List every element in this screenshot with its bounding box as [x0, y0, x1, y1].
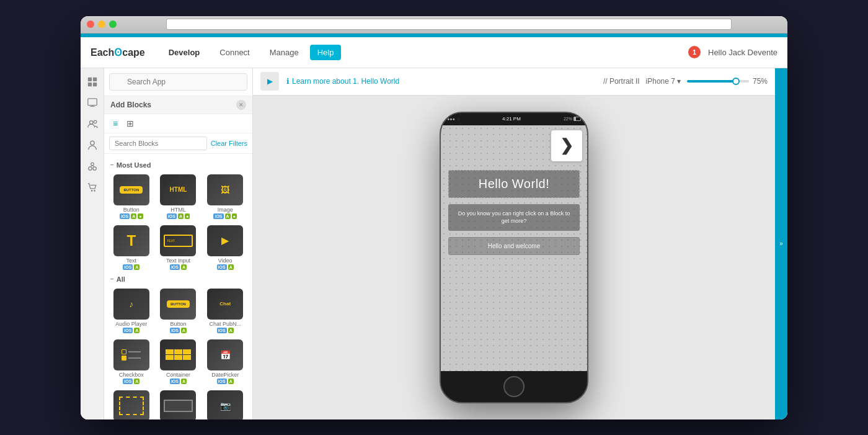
section-all: − All — [110, 276, 247, 283]
search-blocks-input[interactable] — [109, 137, 207, 150]
phone-mockup: ●●●○ 4:21 PM 22% ❯ — [440, 112, 588, 403]
block-fullscreen[interactable]: 📷 Full Screen ... iOS A — [203, 388, 247, 419]
sidebar-item-screens[interactable] — [84, 94, 101, 112]
minimize-button[interactable] — [98, 20, 105, 28]
play-icon: ▶ — [267, 77, 273, 86]
block-textinput-most-used[interactable]: TEXT Text Input iOS A — [156, 223, 201, 272]
android2-platform-icon: ● — [138, 213, 143, 219]
toolbar-right: // Portrait II iPhone 7 ▾ 75% — [603, 77, 768, 86]
play-button[interactable]: ▶ — [260, 72, 279, 91]
block-image-most-used[interactable]: 🖼 Image iOS A ● — [203, 173, 247, 221]
zoom-percentage: 75% — [753, 77, 768, 86]
block-text-most-used[interactable]: T Text iOS A — [109, 223, 154, 272]
info-text-block[interactable]: Do you know you can right click on a Blo… — [448, 204, 580, 231]
device-name: iPhone 7 — [646, 77, 675, 86]
search-app-input[interactable] — [109, 73, 247, 91]
logo-text: Eachʘcape — [91, 47, 145, 58]
ios-pi5: iOS — [217, 264, 227, 270]
list-view-button[interactable]: ≡ — [110, 117, 120, 130]
right-collapse-panel[interactable]: » — [775, 68, 787, 419]
sidebar-item-layout[interactable] — [84, 73, 101, 91]
info-link[interactable]: ℹ Learn more about 1. Hello World — [286, 77, 399, 86]
close-blocks-button[interactable]: ✕ — [236, 100, 246, 110]
sidebar-item-users[interactable] — [84, 115, 101, 133]
and-pi5: A — [228, 264, 234, 270]
welcome-block[interactable]: Hello and welcome — [448, 237, 580, 255]
blocks-panel: 🔍 Add Blocks ✕ ≡ ⊞ Clear Filte — [104, 68, 253, 419]
phone-time: 4:21 PM — [502, 116, 521, 122]
title-bar — [81, 16, 787, 34]
block-empty[interactable]: Empty iOS A — [109, 388, 154, 419]
fullscreen-button[interactable] — [109, 20, 117, 28]
section-toggle-all[interactable]: − — [110, 276, 114, 282]
block-text-icon: T — [113, 225, 149, 256]
cycle-icon — [87, 161, 98, 172]
block-audioplayer-icon: ♪ — [113, 289, 149, 320]
phone-battery: 22% — [564, 117, 581, 121]
block-btn-plat: iOS A — [170, 328, 187, 333]
block-chat[interactable]: Chat Chat PubN... iOS A — [203, 287, 247, 335]
block-html-most-used[interactable]: HTML HTML iOS A ● — [156, 173, 201, 221]
block-audioplayer-label: Audio Player — [115, 321, 147, 327]
logo: Eachʘcape — [91, 47, 145, 58]
block-text-platforms: iOS A — [123, 264, 140, 270]
block-button-all-label: Button — [170, 321, 186, 327]
block-video-most-used[interactable]: ▶ Video iOS A — [203, 223, 247, 272]
svg-point-7 — [89, 120, 92, 123]
block-checkbox[interactable]: Checkbox iOS A — [109, 338, 154, 386]
block-image-icon: 🖼 — [207, 174, 243, 205]
grid-view-button[interactable]: ⊞ — [124, 117, 136, 130]
sidebar-item-cart[interactable] — [84, 179, 101, 196]
sidebar-item-user[interactable] — [84, 137, 101, 154]
sidebar-item-cycle[interactable] — [84, 158, 101, 175]
zoom-slider-thumb[interactable] — [732, 78, 740, 85]
device-selector[interactable]: iPhone 7 ▾ — [646, 77, 681, 86]
add-blocks-title: Add Blocks — [110, 101, 151, 109]
and2-pi: ● — [185, 213, 190, 219]
battery-icon — [574, 117, 581, 121]
block-button-most-used[interactable]: BUTTON Button iOS A ● — [109, 173, 154, 221]
svg-rect-0 — [87, 77, 91, 81]
block-forminput-icon — [160, 390, 196, 419]
info-icon: ℹ — [286, 77, 290, 86]
nav-connect[interactable]: Connect — [211, 44, 258, 61]
notification-badge[interactable]: 1 — [688, 46, 701, 58]
close-button[interactable] — [87, 20, 94, 28]
top-nav: Eachʘcape Develop Connect Manage Help 1 … — [81, 37, 787, 68]
block-html-platforms: iOS A ● — [167, 213, 190, 219]
svg-point-8 — [94, 120, 97, 123]
blocks-list: − Most Used BUTTON Button iOS A — [104, 154, 252, 419]
block-button-all-icon: BUTTON — [160, 289, 196, 320]
url-bar[interactable] — [166, 19, 732, 30]
orientation-selector[interactable]: // Portrait II — [603, 77, 640, 86]
clear-filters-button[interactable]: Clear Filters — [211, 140, 247, 147]
nav-manage[interactable]: Manage — [261, 44, 308, 61]
svg-point-16 — [94, 190, 95, 192]
svg-point-15 — [91, 190, 92, 192]
block-audioplayer[interactable]: ♪ Audio Player iOS A — [109, 287, 154, 335]
svg-rect-4 — [87, 98, 96, 105]
block-forminput[interactable]: Form Input iOS A — [156, 388, 201, 419]
hello-world-text: Hello World! — [455, 177, 573, 191]
block-datepicker[interactable]: 📅 DatePicker iOS A — [203, 338, 247, 386]
block-button-all[interactable]: BUTTON Button iOS A — [156, 287, 201, 335]
block-button-platforms: iOS A ● — [120, 213, 143, 219]
block-button-icon: BUTTON — [113, 174, 149, 205]
nav-help[interactable]: Help — [310, 45, 342, 60]
svg-point-12 — [91, 163, 94, 166]
screens-icon — [87, 97, 98, 109]
section-toggle-most-used[interactable]: − — [110, 161, 114, 168]
block-checkbox-label: Checkbox — [119, 372, 144, 378]
block-container[interactable]: Container iOS A — [156, 338, 201, 386]
zoom-slider[interactable] — [687, 80, 749, 83]
block-video-label: Video — [218, 258, 232, 264]
nav-develop[interactable]: Develop — [160, 44, 209, 61]
home-button[interactable] — [503, 376, 525, 397]
hello-world-block[interactable]: Hello World! — [448, 170, 580, 198]
mac-window: Eachʘcape Develop Connect Manage Help 1 … — [81, 16, 787, 419]
preview-canvas: ●●●○ 4:21 PM 22% ❯ — [253, 96, 775, 419]
users-icon — [87, 119, 98, 130]
section-most-used: − Most Used — [110, 161, 247, 169]
chevron-block[interactable]: ❯ — [551, 130, 582, 161]
view-toggle: ≡ ⊞ — [104, 114, 252, 133]
